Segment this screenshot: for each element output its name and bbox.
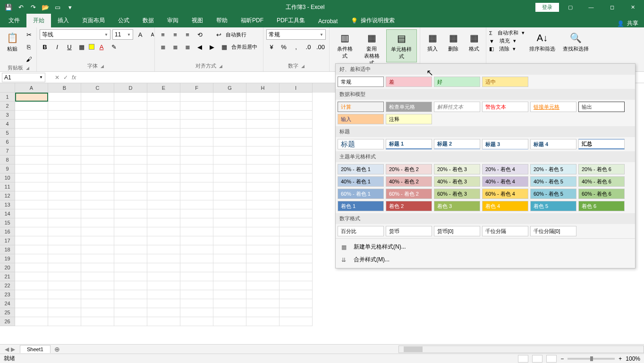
cell[interactable]: [15, 218, 48, 227]
underline-icon[interactable]: U: [64, 42, 75, 52]
tell-me-search[interactable]: 💡 操作说明搜索: [344, 14, 401, 27]
row-header[interactable]: 11: [0, 182, 15, 191]
cell[interactable]: [280, 164, 313, 173]
cell[interactable]: [246, 164, 280, 173]
cell[interactable]: [15, 191, 48, 200]
cell[interactable]: [147, 209, 180, 218]
cut-icon[interactable]: ✂: [24, 29, 34, 40]
dialog-launcher-icon[interactable]: ◢: [219, 64, 222, 69]
cell[interactable]: [213, 290, 246, 299]
style-option[interactable]: 着色 2: [386, 201, 432, 211]
row-header[interactable]: 9: [0, 164, 15, 173]
style-option[interactable]: 注释: [386, 114, 432, 124]
insert-cells-button[interactable]: ▦插入: [423, 29, 442, 54]
cell[interactable]: [114, 236, 147, 245]
cell[interactable]: [213, 218, 246, 227]
style-option[interactable]: 解释性文本: [434, 102, 480, 112]
cell[interactable]: [180, 218, 213, 227]
row-header[interactable]: 10: [0, 173, 15, 182]
cell[interactable]: [48, 209, 81, 218]
italic-icon[interactable]: I: [52, 42, 62, 52]
cell[interactable]: [280, 227, 313, 236]
cell[interactable]: [147, 236, 180, 245]
font-size-combo[interactable]: 11▼: [112, 29, 133, 40]
cell[interactable]: [81, 263, 114, 272]
cell[interactable]: [180, 272, 213, 281]
cell[interactable]: [180, 129, 213, 138]
tab-acrobat[interactable]: Acrobat: [312, 15, 344, 27]
cell[interactable]: [213, 138, 246, 147]
row-header[interactable]: 2: [0, 102, 15, 111]
style-option[interactable]: 40% - 着色 3: [434, 176, 480, 187]
paste-button[interactable]: 📋 粘贴: [3, 29, 22, 54]
cell[interactable]: [147, 182, 180, 191]
cell[interactable]: [48, 245, 81, 254]
row-header[interactable]: 18: [0, 245, 15, 254]
cell[interactable]: [15, 281, 48, 290]
open-icon[interactable]: 📂: [41, 2, 50, 12]
cell[interactable]: [114, 317, 147, 326]
sort-filter-button[interactable]: A↓排序和筛选: [526, 29, 558, 54]
cell[interactable]: [15, 156, 48, 164]
tab-pagelayout[interactable]: 页面布局: [76, 14, 111, 27]
cell[interactable]: [213, 102, 246, 111]
cell[interactable]: [81, 245, 114, 254]
style-option[interactable]: 标题 1: [386, 139, 432, 149]
cell[interactable]: [280, 290, 313, 299]
zoom-slider[interactable]: [568, 358, 615, 360]
col-header[interactable]: D: [114, 83, 147, 93]
style-option[interactable]: 汇总: [578, 139, 625, 149]
add-sheet-button[interactable]: ⊕: [51, 346, 64, 353]
merge-icon[interactable]: ▦: [219, 42, 229, 52]
cell[interactable]: [246, 93, 280, 102]
cell[interactable]: [280, 129, 313, 138]
cell[interactable]: [213, 245, 246, 254]
cell[interactable]: [15, 129, 48, 138]
style-option[interactable]: 60% - 着色 6: [578, 189, 625, 199]
cell[interactable]: [180, 290, 213, 299]
save-icon[interactable]: 💾: [4, 2, 13, 12]
cell[interactable]: [48, 299, 81, 308]
cell[interactable]: [81, 200, 114, 209]
cell[interactable]: [147, 93, 180, 102]
zoom-out-icon[interactable]: −: [560, 355, 564, 362]
cell[interactable]: [280, 173, 313, 182]
cell[interactable]: [246, 120, 280, 129]
page-break-view-icon[interactable]: [546, 355, 557, 363]
cell[interactable]: [81, 138, 114, 147]
indent-inc-icon[interactable]: ▶: [207, 42, 217, 52]
cell[interactable]: [147, 272, 180, 281]
col-header[interactable]: G: [213, 83, 246, 93]
cell[interactable]: [15, 93, 48, 102]
cell[interactable]: [114, 263, 147, 272]
indent-dec-icon[interactable]: ◀: [195, 42, 205, 52]
cell[interactable]: [280, 182, 313, 191]
cell[interactable]: [246, 102, 280, 111]
cell[interactable]: [48, 173, 81, 182]
tab-home[interactable]: 开始: [26, 14, 51, 27]
cell[interactable]: [213, 236, 246, 245]
cell[interactable]: [213, 120, 246, 129]
cell[interactable]: [180, 182, 213, 191]
cell[interactable]: [180, 93, 213, 102]
tab-view[interactable]: 视图: [185, 14, 210, 27]
cell[interactable]: [180, 236, 213, 245]
style-option[interactable]: 着色 3: [434, 201, 480, 211]
cell[interactable]: [15, 164, 48, 173]
cell[interactable]: [213, 272, 246, 281]
cell[interactable]: [48, 317, 81, 326]
cell[interactable]: [114, 102, 147, 111]
cell[interactable]: [246, 147, 280, 156]
cell[interactable]: [81, 102, 114, 111]
row-header[interactable]: 16: [0, 227, 15, 236]
cell[interactable]: [48, 191, 81, 200]
cell[interactable]: [48, 138, 81, 147]
row-header[interactable]: 17: [0, 236, 15, 245]
style-option[interactable]: 计算: [338, 102, 384, 112]
cell[interactable]: [48, 227, 81, 236]
cell[interactable]: [81, 120, 114, 129]
cell[interactable]: [180, 227, 213, 236]
new-cell-style-button[interactable]: ▦新建单元格样式(N)...: [336, 241, 635, 253]
style-option[interactable]: 40% - 着色 1: [338, 176, 384, 187]
minimize-icon[interactable]: —: [582, 0, 601, 14]
